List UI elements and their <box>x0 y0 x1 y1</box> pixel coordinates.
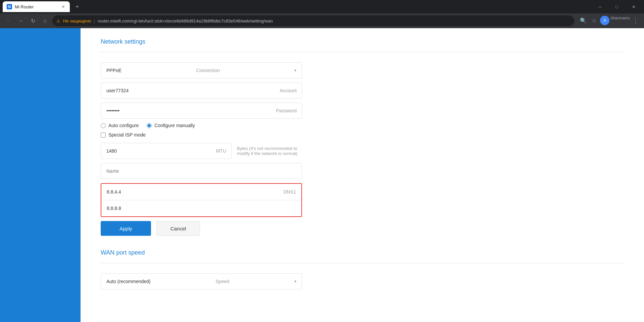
account-field: Account <box>101 83 302 99</box>
bookmark-icon[interactable]: ☆ <box>589 16 599 25</box>
network-settings-form: PPPoE Connection ▾ Account Password Auto… <box>101 62 302 236</box>
action-buttons: Apply Cancel <box>101 221 302 236</box>
mtu-field: MTU <box>101 143 232 159</box>
dropdown-arrow-icon: ▾ <box>294 68 296 73</box>
search-icon[interactable]: 🔍 <box>579 16 588 25</box>
dns2-input[interactable] <box>101 200 301 216</box>
browser-toolbar: ← → ↻ ⌂ ⚠ Не защищено | router.miwifi.co… <box>0 13 644 28</box>
apply-button[interactable]: Apply <box>101 221 151 236</box>
home-button[interactable]: ⌂ <box>40 16 50 25</box>
reload-button[interactable]: ↻ <box>28 16 38 25</box>
dns-section: DNS1 <box>101 183 302 217</box>
tab-close-button[interactable]: ✕ <box>60 4 66 9</box>
auto-configure-option[interactable]: Auto configure <box>101 123 139 128</box>
address-bar[interactable]: ⚠ Не защищено | router.miwifi.com/cgi-bi… <box>52 15 575 26</box>
wan-speed-value: Auto (recommended) <box>106 279 151 284</box>
profile-avatar[interactable]: А <box>600 16 609 25</box>
incognito-label: Инкогнито <box>611 16 630 26</box>
mtu-hint: Bytes (It's not recommended to modify if… <box>237 146 302 156</box>
wan-dropdown-arrow-icon: ▾ <box>294 279 296 284</box>
manual-configure-option[interactable]: Configure manually <box>147 123 195 128</box>
dns1-field: DNS1 <box>101 184 301 200</box>
auto-configure-label: Auto configure <box>108 123 139 128</box>
special-isp-label: Special ISP mode <box>108 132 146 138</box>
close-button[interactable]: ✕ <box>626 1 641 12</box>
forward-button[interactable]: → <box>16 16 26 25</box>
section-divider <box>101 52 624 52</box>
password-input[interactable] <box>101 103 302 119</box>
security-warning-icon: ⚠ <box>56 18 60 23</box>
wan-speed-dropdown[interactable]: Auto (recommended) Speed ▾ <box>101 273 302 289</box>
network-settings-title: Network settings <box>101 38 624 45</box>
wan-speed-title: WAN port speed <box>101 249 624 256</box>
special-isp-group: Special ISP mode <box>101 132 302 138</box>
special-isp-checkbox[interactable] <box>101 132 106 138</box>
auto-configure-radio[interactable] <box>101 123 106 128</box>
wan-form: Auto (recommended) Speed ▾ <box>101 273 302 289</box>
connection-type-value: PPPoE <box>106 68 121 73</box>
manual-configure-radio[interactable] <box>147 123 152 128</box>
page-wrapper: Network settings PPPoE Connection ▾ Acco… <box>0 28 644 322</box>
account-input[interactable] <box>101 83 302 99</box>
maximize-button[interactable]: □ <box>609 1 625 12</box>
not-secure-label: Не защищено <box>63 18 91 23</box>
connection-label: Connection <box>196 68 220 73</box>
mtu-row: MTU Bytes (It's not recommended to modif… <box>101 143 302 159</box>
tab-title: Mi Router <box>15 4 58 9</box>
tab-favicon: M <box>7 4 12 9</box>
connection-type-dropdown[interactable]: PPPoE Connection ▾ <box>101 62 302 78</box>
name-input[interactable] <box>101 163 302 179</box>
password-field: Password <box>101 103 302 119</box>
mtu-input[interactable] <box>101 143 232 159</box>
minimize-button[interactable]: ─ <box>592 1 608 12</box>
back-button[interactable]: ← <box>4 16 13 25</box>
wan-speed-section: WAN port speed Auto (recommended) Speed … <box>101 249 624 289</box>
url-text: router.miwifi.com/cgi-bin/luci/;stok=cbc… <box>98 18 571 23</box>
browser-menu-button[interactable]: ⋮ <box>631 16 640 26</box>
dns2-field <box>101 200 301 216</box>
manual-configure-label: Configure manually <box>154 123 195 128</box>
window-controls: ─ □ ✕ <box>592 1 641 12</box>
browser-titlebar: M Mi Router ✕ + ─ □ ✕ <box>0 0 644 13</box>
content-area: Network settings PPPoE Connection ▾ Acco… <box>81 28 644 322</box>
toolbar-icons: 🔍 ☆ А Инкогнито ⋮ <box>579 16 640 26</box>
cancel-button[interactable]: Cancel <box>156 221 200 236</box>
browser-tab[interactable]: M Mi Router ✕ <box>3 1 70 12</box>
name-field <box>101 163 302 179</box>
sidebar <box>0 28 81 322</box>
wan-divider <box>101 263 624 263</box>
new-tab-button[interactable]: + <box>72 2 82 11</box>
configure-radio-group: Auto configure Configure manually <box>101 123 302 128</box>
address-separator: | <box>94 18 95 23</box>
dns1-input[interactable] <box>101 184 301 200</box>
wan-speed-label: Speed <box>216 279 229 284</box>
